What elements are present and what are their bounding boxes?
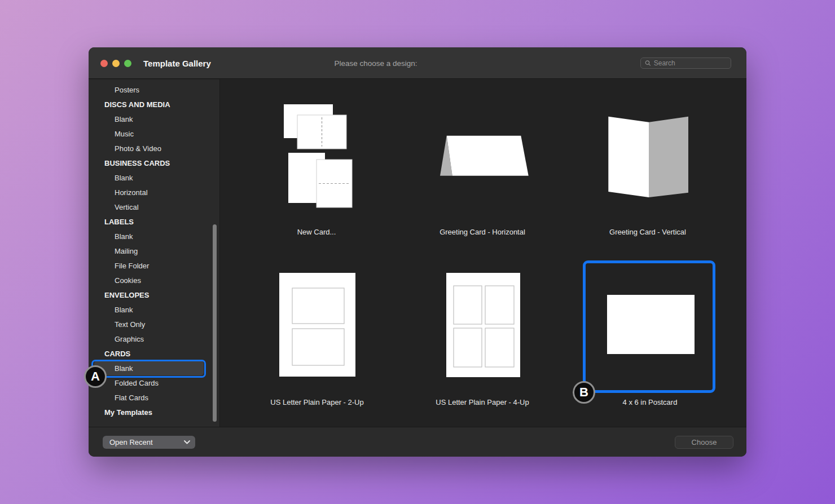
sidebar-item-my-templates[interactable]: My Templates (89, 405, 219, 419)
template-label-greeting-horizontal[interactable]: Greeting Card - Horizontal (392, 228, 573, 236)
sidebar-item-text-only[interactable]: Text Only (89, 317, 219, 331)
chevron-down-icon (184, 440, 190, 444)
sidebar-header-envelopes: ENVELOPES (89, 288, 219, 302)
template-gallery-window: Template Gallery Please choose a design:… (89, 47, 746, 457)
greeting-card-vertical-icon[interactable] (607, 116, 689, 198)
sidebar-item-vertical[interactable]: Vertical (89, 200, 219, 214)
open-recent-label: Open Recent (109, 438, 153, 446)
open-recent-dropdown[interactable]: Open Recent (103, 436, 195, 449)
us-letter-2up-icon[interactable] (279, 273, 355, 377)
greeting-card-horizontal-icon[interactable] (429, 132, 530, 178)
search-icon (645, 60, 651, 67)
sidebar-item-posters[interactable]: Posters (89, 82, 219, 97)
annotation-box-b (583, 260, 715, 393)
prompt-text: Please choose a design: (334, 47, 417, 79)
sidebar-item-horizontal[interactable]: Horizontal (89, 185, 219, 200)
sidebar-item-graphics[interactable]: Graphics (89, 331, 219, 346)
close-button[interactable] (100, 60, 108, 67)
template-label-greeting-vertical[interactable]: Greeting Card - Vertical (557, 228, 738, 236)
choose-button-label: Choose (692, 438, 717, 446)
sidebar-item-mailing[interactable]: Mailing (89, 244, 219, 258)
annotation-badge-b: B (573, 381, 595, 404)
sidebar-header-cards: CARDS (89, 346, 219, 361)
new-card-icon[interactable] (279, 103, 353, 210)
sidebar-item-labels-blank[interactable]: Blank (89, 229, 219, 244)
sidebar-item-flat-cards[interactable]: Flat Cards (89, 390, 219, 405)
sidebar-item-envelopes-blank[interactable]: Blank (89, 302, 219, 317)
search-input[interactable] (654, 59, 727, 67)
minimize-button[interactable] (112, 60, 120, 67)
sidebar-header-discs-and-media: DISCS AND MEDIA (89, 97, 219, 112)
choose-button[interactable]: Choose (675, 436, 733, 449)
footer-bar: Open Recent Choose (89, 427, 746, 457)
us-letter-4up-icon[interactable] (446, 273, 520, 377)
annotation-badge-a: A (84, 365, 107, 388)
sidebar-item-photo-video[interactable]: Photo & Video (89, 141, 219, 156)
template-label-new-card[interactable]: New Card... (226, 228, 407, 236)
search-field[interactable] (640, 58, 731, 69)
zoom-button[interactable] (124, 60, 131, 67)
sidebar-header-business-cards: BUSINESS CARDS (89, 156, 219, 170)
titlebar: Template Gallery Please choose a design: (89, 47, 746, 79)
sidebar-item-business-blank[interactable]: Blank (89, 170, 219, 185)
sidebar-item-music[interactable]: Music (89, 126, 219, 141)
sidebar-item-cookies[interactable]: Cookies (89, 273, 219, 288)
sidebar-header-labels: LABELS (89, 214, 219, 229)
sidebar-scrollbar[interactable] (213, 224, 217, 422)
annotation-box-a (91, 360, 206, 378)
template-label-4up[interactable]: US Letter Plain Paper - 4-Up (392, 398, 573, 406)
window-title: Template Gallery (143, 47, 211, 79)
sidebar-item-file-folder[interactable]: File Folder (89, 258, 219, 273)
template-label-2up[interactable]: US Letter Plain Paper - 2-Up (227, 398, 407, 406)
sidebar-item-discs-blank[interactable]: Blank (89, 112, 219, 126)
